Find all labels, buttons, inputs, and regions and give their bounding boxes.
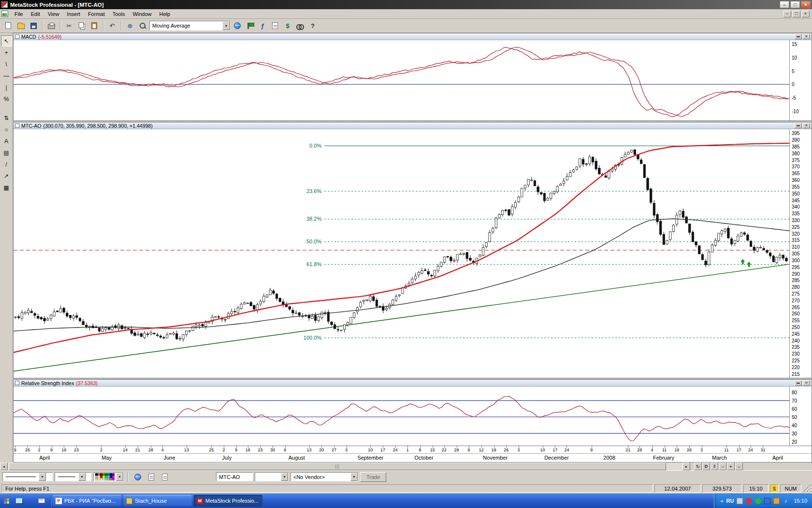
mdi-minimize-button[interactable]: – xyxy=(783,11,791,17)
open-chart-button[interactable] xyxy=(15,20,27,31)
new-chart-window-button[interactable] xyxy=(159,471,171,482)
task-button-metastock[interactable]: M MetaStock Professio... xyxy=(194,495,262,507)
color-swatch[interactable] xyxy=(112,478,115,480)
language-indicator[interactable]: RU xyxy=(726,498,734,504)
chevron-down-icon[interactable]: ▼ xyxy=(116,473,123,481)
window-titlebar[interactable]: MetaStock Professional - [MTC-AO] – □ × xyxy=(0,0,812,9)
symbol-field[interactable]: MTC-AO xyxy=(216,472,253,481)
menu-window[interactable]: Window xyxy=(129,10,155,18)
price-panel-titlebar[interactable]: MTC-AO (300.070, 305.990, 298.500, 298.9… xyxy=(14,122,812,129)
indicator-combobox[interactable]: Moving Average ▼ xyxy=(149,21,231,30)
system-tester-button[interactable]: $ xyxy=(282,20,293,31)
print-button[interactable] xyxy=(45,20,57,31)
scrollbar-thumb[interactable] xyxy=(9,463,666,470)
panel-collapse-button[interactable] xyxy=(795,380,802,386)
explorer-button[interactable] xyxy=(269,20,281,31)
show-desktop-icon[interactable] xyxy=(14,496,24,506)
online-button[interactable] xyxy=(232,20,243,31)
text-tool-icon[interactable]: A xyxy=(1,135,12,147)
menu-format[interactable]: Format xyxy=(84,10,109,18)
menu-tools[interactable]: Tools xyxy=(109,10,129,18)
macd-chart[interactable] xyxy=(14,40,789,120)
new-chart-button[interactable] xyxy=(2,20,14,31)
scrollbar-track[interactable] xyxy=(8,463,682,470)
chart-document-icon[interactable] xyxy=(1,11,8,17)
zoom-in-button[interactable]: + xyxy=(727,463,735,470)
tray-chevron-icon[interactable]: « xyxy=(720,498,723,504)
panel-close-button[interactable]: × xyxy=(803,123,810,128)
rsi-chart[interactable] xyxy=(14,387,789,446)
arrow-tool-icon[interactable]: ↗ xyxy=(1,170,12,181)
minimize-button[interactable]: – xyxy=(780,1,789,8)
online-data-button[interactable] xyxy=(132,471,144,482)
rsi-panel-titlebar[interactable]: Relative Strength Index (37.5363) × xyxy=(14,380,812,387)
macd-panel-titlebar[interactable]: MACD (-5.51649) × xyxy=(14,33,812,40)
trendline-tool-icon[interactable]: \ xyxy=(1,59,12,70)
task-button-rbc[interactable]: Р РБК - РИА "РосБиз... xyxy=(53,495,121,507)
scroll-right-button[interactable]: ► xyxy=(682,463,690,470)
taskbar-clock[interactable]: 15:10 xyxy=(792,498,807,504)
pointer-tool-icon[interactable]: ↖ xyxy=(1,35,12,46)
trade-button[interactable]: Trade xyxy=(360,472,386,482)
tray-messenger-icon[interactable] xyxy=(764,498,770,504)
horizontal-line-tool-icon[interactable]: — xyxy=(1,70,12,81)
tray-update-icon[interactable] xyxy=(773,498,780,504)
chevron-down-icon[interactable]: ▼ xyxy=(39,473,46,481)
move-chart-button[interactable]: ⊕ xyxy=(124,20,136,31)
internet-explorer-icon[interactable] xyxy=(26,496,35,506)
horizontal-zoom-button[interactable]: ⇔ xyxy=(719,463,726,470)
vendor-combobox[interactable]: <No Vendor> ▼ xyxy=(290,472,358,481)
expert-advisor-button[interactable] xyxy=(244,20,256,31)
context-help-button[interactable]: ? xyxy=(307,20,319,31)
vertical-zoom-button[interactable]: ⇕ xyxy=(710,463,718,470)
chevron-down-icon[interactable]: ▼ xyxy=(222,21,230,30)
mdi-close-button[interactable]: × xyxy=(801,11,810,17)
pattern-tool-icon[interactable]: ▤ xyxy=(1,147,12,158)
candlestick-chart[interactable]: 0.0%23.6%38.2%50.0%61.8%100.0% xyxy=(14,129,789,378)
menu-view[interactable]: View xyxy=(44,10,63,18)
panel-close-button[interactable]: × xyxy=(803,34,810,39)
line-weight-combobox[interactable]: ▼ xyxy=(55,472,91,481)
menu-edit[interactable]: Edit xyxy=(27,10,44,18)
open-chart-button[interactable] xyxy=(145,471,157,482)
panel-close-button[interactable]: × xyxy=(803,380,810,386)
paste-button[interactable] xyxy=(88,20,100,31)
period-combobox[interactable]: ▼ xyxy=(255,472,289,481)
ellipse-tool-icon[interactable]: ○ xyxy=(1,124,12,135)
vertical-line-tool-icon[interactable]: | xyxy=(1,82,12,93)
tray-keyboard-icon[interactable] xyxy=(737,498,743,504)
tray-network-icon[interactable] xyxy=(755,498,761,504)
save-chart-button[interactable] xyxy=(28,20,39,31)
menu-help[interactable]: Help xyxy=(156,10,174,18)
panel-collapse-button[interactable] xyxy=(795,123,802,128)
color-picker[interactable]: ▼ xyxy=(93,472,124,481)
chevron-down-icon[interactable]: ▼ xyxy=(78,473,86,481)
search-button[interactable] xyxy=(294,20,306,31)
line-style-combobox[interactable]: ▼ xyxy=(2,472,53,481)
menu-file[interactable]: File xyxy=(11,10,27,18)
volume-icon[interactable]: ♪ xyxy=(783,498,789,504)
ray-tool-icon[interactable]: / xyxy=(1,159,12,170)
tray-antivirus-icon[interactable] xyxy=(746,498,752,504)
panel-collapse-button[interactable] xyxy=(795,34,802,39)
zoom-out-button[interactable]: – xyxy=(735,463,743,470)
panes-tool-icon[interactable]: ⇅ xyxy=(1,112,12,123)
undo-button[interactable]: ↶ xyxy=(106,20,118,31)
menu-insert[interactable]: Insert xyxy=(63,10,84,18)
refresh-button[interactable]: ↻ xyxy=(694,463,702,470)
grid-tool-icon[interactable]: ▦ xyxy=(1,182,12,193)
resize-grip[interactable] xyxy=(804,485,811,492)
indicator-builder-button[interactable]: ƒ xyxy=(257,20,268,31)
task-button-stach-house[interactable]: Stach_House xyxy=(123,495,192,507)
zoom-button[interactable] xyxy=(137,20,148,31)
percent-tool-icon[interactable]: % xyxy=(1,93,12,105)
cut-button[interactable]: ✂ xyxy=(63,20,75,31)
chevron-down-icon[interactable]: ▼ xyxy=(281,473,288,481)
maximize-button[interactable]: □ xyxy=(790,1,800,8)
start-windows-flag-icon[interactable] xyxy=(3,496,13,506)
copy-button[interactable] xyxy=(76,20,87,31)
scroll-left-button[interactable]: ◄ xyxy=(0,463,8,470)
close-button[interactable]: × xyxy=(801,1,811,8)
crosshair-tool-icon[interactable]: + xyxy=(1,47,12,58)
mail-icon[interactable] xyxy=(37,496,46,506)
